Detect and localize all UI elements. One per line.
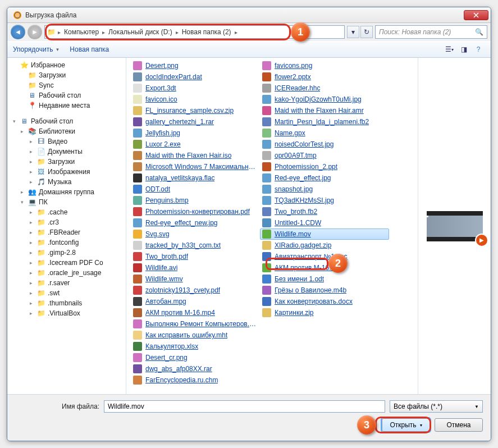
file-item[interactable]: Как конвертировать.docx: [260, 296, 389, 307]
file-item[interactable]: Desert_cr.png: [131, 352, 260, 363]
expand-icon[interactable]: ▾: [11, 118, 17, 124]
file-item[interactable]: flower2.pptx: [260, 71, 389, 83]
addr-dropdown[interactable]: ▾: [347, 26, 359, 38]
file-item[interactable]: Грёзы о Вавилоне.m4b: [260, 285, 389, 296]
expand-icon[interactable]: ▸: [28, 139, 34, 144]
tree-item[interactable]: ▸📁.FBReader: [7, 227, 126, 237]
tree-item[interactable]: ▾💻ПК: [7, 197, 126, 207]
file-item[interactable]: Без имени 1.odt: [260, 273, 389, 285]
expand-icon[interactable]: ▸: [19, 129, 25, 134]
file-item[interactable]: gallery_chertezhi_1.rar: [131, 116, 260, 127]
refresh-button[interactable]: ↻: [360, 26, 373, 38]
file-item[interactable]: Photoemission_2.ppt: [260, 161, 389, 172]
forward-button[interactable]: ►: [28, 25, 42, 39]
file-item[interactable]: Name.gpx: [260, 127, 389, 139]
new-folder-button[interactable]: Новая папка: [70, 45, 109, 53]
file-item[interactable]: natalya_vetlitskaya.flac: [131, 172, 260, 184]
file-item[interactable]: FL_insurance_sample.csv.zip: [131, 105, 260, 116]
tree-item[interactable]: ▸📁.gimp-2.8: [7, 248, 126, 258]
tree-item[interactable]: 📁Загрузки: [7, 70, 126, 80]
file-item[interactable]: АКМ против М-16.mov: [260, 262, 389, 273]
file-item[interactable]: noisedColorTest.jpg: [260, 139, 389, 150]
tree-item[interactable]: ▸📁.fontconfig: [7, 237, 126, 248]
file-item[interactable]: Untitled-1.CDW: [260, 217, 389, 228]
file-item[interactable]: Photoemission-конвертирован.pdf: [131, 206, 260, 217]
file-item[interactable]: Red-eye_effect.jpg: [260, 172, 389, 184]
tree-item[interactable]: ▸🖼Изображения: [7, 167, 126, 177]
file-item[interactable]: Jellyfish.jpg: [131, 127, 260, 139]
close-button[interactable]: [464, 10, 488, 20]
expand-icon[interactable]: ▸: [28, 310, 34, 316]
view-mode-button[interactable]: ☰ ▾: [442, 43, 456, 56]
expand-icon[interactable]: ▸: [28, 149, 34, 154]
tree-item[interactable]: ▸👥Домашняя группа: [7, 187, 126, 197]
tree-item[interactable]: ▸🎵Музыка: [7, 177, 126, 187]
expand-icon[interactable]: ▸: [28, 230, 34, 235]
tree-item[interactable]: ▸📁.Icecream PDF Co: [7, 258, 126, 268]
expand-icon[interactable]: ▸: [28, 179, 34, 185]
expand-icon[interactable]: ▸: [28, 209, 34, 215]
expand-icon[interactable]: ▸: [28, 280, 34, 286]
file-item[interactable]: ICEReader.hhc: [260, 83, 389, 94]
expand-icon[interactable]: ▸: [28, 159, 34, 164]
file-item[interactable]: Svg.svg: [131, 228, 260, 240]
file-item[interactable]: docIdIndexPart.dat: [131, 71, 260, 83]
expand-icon[interactable]: ▸: [28, 220, 34, 225]
file-item[interactable]: tracked_by_h33t_com.txt: [131, 240, 260, 251]
file-item[interactable]: Как исправить ошибку.mht: [131, 330, 260, 341]
file-item[interactable]: snapshot.jpg: [260, 184, 389, 195]
organize-button[interactable]: Упорядочить▼: [13, 45, 60, 53]
file-item[interactable]: opr00A9T.tmp: [260, 150, 389, 161]
file-item[interactable]: zolotnicky1913_cvety.pdf: [131, 285, 260, 296]
file-item[interactable]: Two_broth.fb2: [260, 206, 389, 217]
tree-item[interactable]: ▾🖥Рабочий стол: [7, 116, 126, 126]
tree-item[interactable]: 📁Sync: [7, 80, 126, 90]
file-item[interactable]: Wildlife.avi: [131, 262, 260, 273]
tree-item[interactable]: ▸📁.swt: [7, 288, 126, 298]
tree-item[interactable]: 🖥Рабочий стол: [7, 90, 126, 100]
tree-item[interactable]: ▸📁Загрузки: [7, 157, 126, 167]
file-item[interactable]: Red-eye_effect_new.jpg: [131, 217, 260, 228]
file-item[interactable]: Картинки.zip: [260, 307, 389, 318]
breadcrumb-drive[interactable]: Локальный диск (D:): [107, 28, 173, 36]
file-item[interactable]: dwg_abs_afp08XX.rar: [131, 363, 260, 374]
file-item[interactable]: TQ3adKHzMsSI.jpg: [260, 195, 389, 206]
filetype-dropdown[interactable]: Все файлы (*.*)▼: [390, 400, 483, 413]
preview-pane-button[interactable]: ◨: [457, 43, 470, 56]
expand-icon[interactable]: ▸: [28, 300, 34, 306]
expand-icon[interactable]: ▸: [28, 240, 34, 245]
file-item[interactable]: Microsoft Windows 7 Максимальна...: [131, 161, 260, 172]
back-button[interactable]: ◄: [11, 25, 25, 39]
tree-item[interactable]: ▸📚Библиотеки: [7, 126, 126, 136]
tree-item[interactable]: ▸📁.oracle_jre_usage: [7, 268, 126, 278]
breadcrumb-computer[interactable]: Компьютер: [63, 28, 100, 36]
breadcrumb-folder[interactable]: Новая папка (2): [181, 28, 232, 36]
file-item[interactable]: Luxor 2.exe: [131, 139, 260, 150]
file-item[interactable]: АКМ против М-16.mp4: [131, 307, 260, 318]
tree-item[interactable]: ▸📁.thumbnails: [7, 298, 126, 308]
search-input[interactable]: Поиск: Новая папка (2) 🔍: [375, 25, 487, 39]
filename-input[interactable]: [104, 400, 385, 413]
file-item[interactable]: Desert.png: [131, 60, 260, 71]
expand-icon[interactable]: ▸: [28, 250, 34, 255]
file-item[interactable]: kako-YgoiDjGzowhT0uMi.jpg: [260, 94, 389, 105]
file-item[interactable]: Авиатранспорт №1.doc: [260, 251, 389, 262]
file-item[interactable]: FarEncyclopedia.ru.chm: [131, 374, 260, 386]
file-item[interactable]: Калькулятор.xlsx: [131, 341, 260, 352]
file-item[interactable]: Penguins.bmp: [131, 195, 260, 206]
file-item[interactable]: Martin_Pesn_lda_i_plameni.fb2: [260, 116, 389, 127]
file-item[interactable]: Maid with the Flaxen Hair.amr: [260, 105, 389, 116]
file-item[interactable]: XIRadio.gadget.zip: [260, 240, 389, 251]
expand-icon[interactable]: ▸: [28, 169, 34, 175]
tree-item[interactable]: ▸📁.r.saver: [7, 278, 126, 288]
tree-item[interactable]: ▸📁.VirtualBox: [7, 308, 126, 318]
expand-icon[interactable]: ▸: [28, 260, 34, 266]
tree-item[interactable]: ▸📄Документы: [7, 147, 126, 157]
file-item[interactable]: Export.3dt: [131, 83, 260, 94]
expand-icon[interactable]: ▾: [19, 199, 25, 205]
file-item[interactable]: ODT.odt: [131, 184, 260, 195]
file-item[interactable]: Wildlife.wmv: [131, 273, 260, 285]
file-item[interactable]: Выполняю Ремонт Компьютеров.png: [131, 318, 260, 330]
file-item[interactable]: Wildlife.mov: [260, 228, 389, 240]
tree-item[interactable]: ▸📁.cache: [7, 207, 126, 217]
